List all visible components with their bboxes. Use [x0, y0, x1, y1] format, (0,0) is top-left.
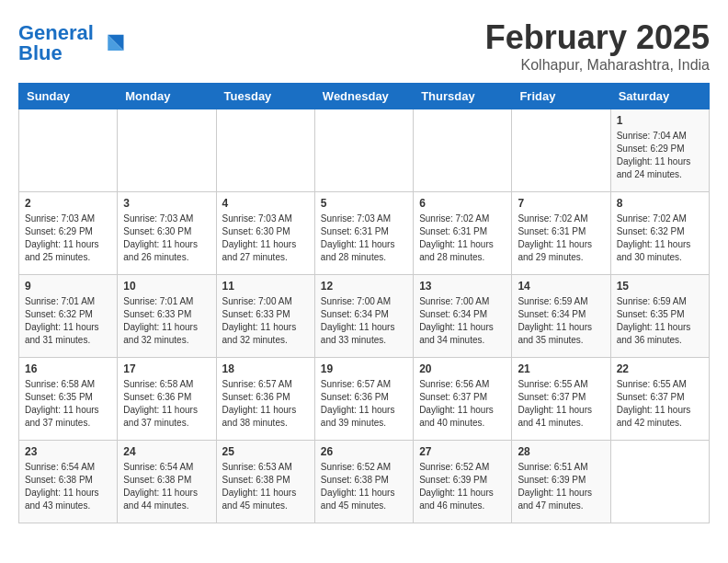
calendar-cell	[216, 109, 314, 192]
calendar-cell: 5Sunrise: 7:03 AM Sunset: 6:31 PM Daylig…	[314, 192, 413, 275]
calendar-cell: 14Sunrise: 6:59 AM Sunset: 6:34 PM Dayli…	[512, 275, 610, 358]
calendar-cell: 2Sunrise: 7:03 AM Sunset: 6:29 PM Daylig…	[19, 192, 118, 275]
calendar-cell: 15Sunrise: 6:59 AM Sunset: 6:35 PM Dayli…	[610, 275, 709, 358]
cell-info: Sunrise: 7:00 AM Sunset: 6:34 PM Dayligh…	[321, 295, 407, 347]
day-number: 3	[123, 197, 210, 210]
month-year: February 2025	[485, 18, 710, 57]
day-number: 26	[321, 445, 407, 458]
calendar-cell	[610, 441, 709, 523]
day-number: 28	[518, 445, 604, 458]
calendar-cell: 20Sunrise: 6:56 AM Sunset: 6:37 PM Dayli…	[414, 358, 512, 441]
calendar-header-row: SundayMondayTuesdayWednesdayThursdayFrid…	[19, 84, 710, 109]
cell-info: Sunrise: 7:03 AM Sunset: 6:31 PM Dayligh…	[321, 213, 407, 264]
calendar-cell: 4Sunrise: 7:03 AM Sunset: 6:30 PM Daylig…	[216, 192, 314, 275]
cell-info: Sunrise: 7:03 AM Sunset: 6:29 PM Dayligh…	[25, 213, 111, 264]
calendar-cell: 12Sunrise: 7:00 AM Sunset: 6:34 PM Dayli…	[314, 275, 413, 358]
calendar-cell: 28Sunrise: 6:51 AM Sunset: 6:39 PM Dayli…	[512, 441, 610, 523]
day-number: 22	[617, 362, 703, 375]
day-number: 2	[25, 197, 111, 210]
calendar-cell	[118, 109, 216, 192]
calendar-cell: 3Sunrise: 7:03 AM Sunset: 6:30 PM Daylig…	[118, 192, 216, 275]
day-number: 16	[25, 362, 111, 375]
logo-text: General Blue	[18, 23, 94, 63]
day-number: 15	[617, 280, 703, 293]
day-number: 9	[25, 280, 111, 293]
calendar-week-1: 1Sunrise: 7:04 AM Sunset: 6:29 PM Daylig…	[19, 109, 710, 192]
day-number: 20	[419, 362, 506, 375]
day-number: 23	[25, 445, 111, 458]
cell-info: Sunrise: 7:03 AM Sunset: 6:30 PM Dayligh…	[222, 213, 309, 264]
cell-info: Sunrise: 7:00 AM Sunset: 6:34 PM Dayligh…	[419, 295, 506, 347]
calendar-cell: 24Sunrise: 6:54 AM Sunset: 6:38 PM Dayli…	[118, 441, 216, 523]
calendar-cell: 27Sunrise: 6:52 AM Sunset: 6:39 PM Dayli…	[414, 441, 512, 523]
day-number: 1	[617, 114, 703, 127]
calendar-week-2: 2Sunrise: 7:03 AM Sunset: 6:29 PM Daylig…	[19, 192, 710, 275]
day-number: 24	[123, 445, 210, 458]
calendar-cell: 7Sunrise: 7:02 AM Sunset: 6:31 PM Daylig…	[512, 192, 610, 275]
calendar-cell: 19Sunrise: 6:57 AM Sunset: 6:36 PM Dayli…	[314, 358, 413, 441]
calendar-week-3: 9Sunrise: 7:01 AM Sunset: 6:32 PM Daylig…	[19, 275, 710, 358]
page-header: General Blue February 2025 Kolhapur, Mah…	[18, 18, 710, 74]
day-number: 18	[222, 362, 309, 375]
calendar-week-5: 23Sunrise: 6:54 AM Sunset: 6:38 PM Dayli…	[19, 441, 710, 523]
day-number: 4	[222, 197, 309, 210]
calendar-cell: 6Sunrise: 7:02 AM Sunset: 6:31 PM Daylig…	[414, 192, 512, 275]
title-area: February 2025 Kolhapur, Maharashtra, Ind…	[485, 18, 710, 74]
calendar-cell: 22Sunrise: 6:55 AM Sunset: 6:37 PM Dayli…	[610, 358, 709, 441]
day-number: 8	[617, 197, 703, 210]
cell-info: Sunrise: 6:55 AM Sunset: 6:37 PM Dayligh…	[518, 378, 604, 430]
calendar-cell	[512, 109, 610, 192]
calendar-cell: 25Sunrise: 6:53 AM Sunset: 6:38 PM Dayli…	[216, 441, 314, 523]
calendar-cell: 16Sunrise: 6:58 AM Sunset: 6:35 PM Dayli…	[19, 358, 118, 441]
calendar-table: SundayMondayTuesdayWednesdayThursdayFrid…	[18, 83, 710, 523]
calendar-cell: 10Sunrise: 7:01 AM Sunset: 6:33 PM Dayli…	[118, 275, 216, 358]
cell-info: Sunrise: 7:03 AM Sunset: 6:30 PM Dayligh…	[123, 213, 210, 264]
cell-info: Sunrise: 7:01 AM Sunset: 6:33 PM Dayligh…	[123, 295, 210, 347]
header-monday: Monday	[118, 84, 216, 109]
day-number: 10	[123, 280, 210, 293]
day-number: 21	[518, 362, 604, 375]
calendar-cell: 23Sunrise: 6:54 AM Sunset: 6:38 PM Dayli…	[19, 441, 118, 523]
cell-info: Sunrise: 7:02 AM Sunset: 6:31 PM Dayligh…	[518, 213, 604, 264]
calendar-cell	[414, 109, 512, 192]
cell-info: Sunrise: 6:54 AM Sunset: 6:38 PM Dayligh…	[25, 461, 111, 512]
calendar-cell: 26Sunrise: 6:52 AM Sunset: 6:38 PM Dayli…	[314, 441, 413, 523]
cell-info: Sunrise: 6:52 AM Sunset: 6:38 PM Dayligh…	[321, 461, 407, 512]
header-saturday: Saturday	[610, 84, 709, 109]
day-number: 14	[518, 280, 604, 293]
day-number: 25	[222, 445, 309, 458]
day-number: 12	[321, 280, 407, 293]
day-number: 11	[222, 280, 309, 293]
cell-info: Sunrise: 6:59 AM Sunset: 6:34 PM Dayligh…	[518, 295, 604, 347]
cell-info: Sunrise: 6:57 AM Sunset: 6:36 PM Dayligh…	[321, 378, 407, 430]
calendar-cell	[19, 109, 118, 192]
day-number: 17	[123, 362, 210, 375]
header-friday: Friday	[512, 84, 610, 109]
cell-info: Sunrise: 6:51 AM Sunset: 6:39 PM Dayligh…	[518, 461, 604, 512]
calendar-cell: 21Sunrise: 6:55 AM Sunset: 6:37 PM Dayli…	[512, 358, 610, 441]
location: Kolhapur, Maharashtra, India	[485, 57, 710, 74]
calendar-cell: 13Sunrise: 7:00 AM Sunset: 6:34 PM Dayli…	[414, 275, 512, 358]
cell-info: Sunrise: 6:58 AM Sunset: 6:36 PM Dayligh…	[123, 378, 210, 430]
calendar-week-4: 16Sunrise: 6:58 AM Sunset: 6:35 PM Dayli…	[19, 358, 710, 441]
calendar-cell	[314, 109, 413, 192]
calendar-cell: 17Sunrise: 6:58 AM Sunset: 6:36 PM Dayli…	[118, 358, 216, 441]
logo-icon	[97, 29, 125, 57]
cell-info: Sunrise: 6:55 AM Sunset: 6:37 PM Dayligh…	[617, 378, 703, 430]
calendar-cell: 1Sunrise: 7:04 AM Sunset: 6:29 PM Daylig…	[610, 109, 709, 192]
header-wednesday: Wednesday	[314, 84, 413, 109]
header-tuesday: Tuesday	[216, 84, 314, 109]
calendar-cell: 18Sunrise: 6:57 AM Sunset: 6:36 PM Dayli…	[216, 358, 314, 441]
cell-info: Sunrise: 7:01 AM Sunset: 6:32 PM Dayligh…	[25, 295, 111, 347]
cell-info: Sunrise: 7:04 AM Sunset: 6:29 PM Dayligh…	[617, 130, 703, 181]
cell-info: Sunrise: 7:02 AM Sunset: 6:31 PM Dayligh…	[419, 213, 506, 264]
cell-info: Sunrise: 7:00 AM Sunset: 6:33 PM Dayligh…	[222, 295, 309, 347]
calendar-cell: 9Sunrise: 7:01 AM Sunset: 6:32 PM Daylig…	[19, 275, 118, 358]
day-number: 13	[419, 280, 506, 293]
day-number: 5	[321, 197, 407, 210]
day-number: 19	[321, 362, 407, 375]
header-thursday: Thursday	[414, 84, 512, 109]
cell-info: Sunrise: 7:02 AM Sunset: 6:32 PM Dayligh…	[617, 213, 703, 264]
cell-info: Sunrise: 6:57 AM Sunset: 6:36 PM Dayligh…	[222, 378, 309, 430]
header-sunday: Sunday	[19, 84, 118, 109]
